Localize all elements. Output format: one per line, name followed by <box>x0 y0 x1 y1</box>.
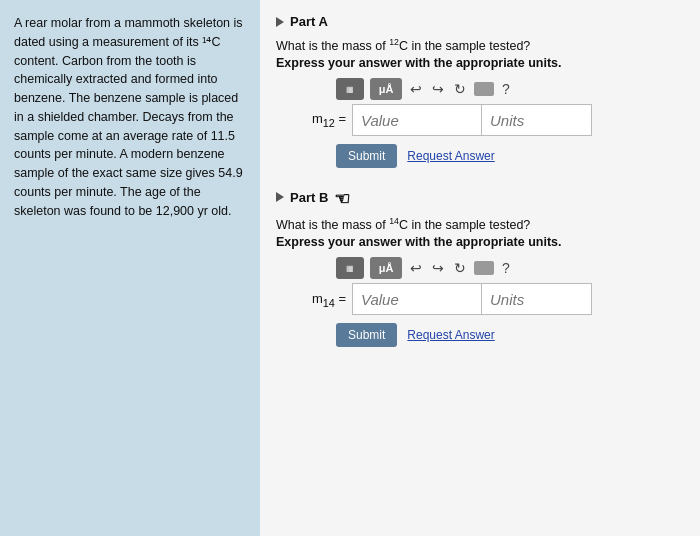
grid-button-a[interactable]: ▦ <box>336 78 364 100</box>
grid-icon-a: ▦ <box>346 85 354 94</box>
part-a-button-row: Submit Request Answer <box>336 144 684 168</box>
part-b-input-row: m14 = <box>306 283 684 315</box>
keyboard-icon-a <box>474 82 494 96</box>
undo-button-a[interactable]: ↩ <box>408 81 424 97</box>
help-icon-a[interactable]: ? <box>502 81 510 97</box>
part-a-units-input[interactable] <box>482 104 592 136</box>
grid-button-b[interactable]: ▦ <box>336 257 364 279</box>
part-b-request-button[interactable]: Request Answer <box>407 328 494 342</box>
part-a-subscript-label: m12 = <box>306 111 346 129</box>
cursor-icon: ☜ <box>334 188 350 210</box>
part-b-question2: Express your answer with the appropriate… <box>276 235 684 249</box>
part-b-toolbar: ▦ μÅ ↩ ↪ ↻ ? <box>336 257 684 279</box>
part-a-label: Part A <box>290 14 328 29</box>
mu-button-a[interactable]: μÅ <box>370 78 402 100</box>
collapse-icon-a[interactable] <box>276 17 284 27</box>
part-b-header: Part B ☜ <box>276 186 684 208</box>
part-b-subscript-label: m14 = <box>306 291 346 309</box>
part-a-input-row: m12 = <box>306 104 684 136</box>
part-a-value-input[interactable] <box>352 104 482 136</box>
redo-button-b[interactable]: ↪ <box>430 260 446 276</box>
mu-icon-b: μÅ <box>379 262 394 274</box>
part-b-label: Part B <box>290 190 328 205</box>
keyboard-icon-b <box>474 261 494 275</box>
refresh-button-a[interactable]: ↻ <box>452 81 468 97</box>
part-b-section: Part B ☜ What is the mass of 14C in the … <box>276 186 684 347</box>
undo-button-b[interactable]: ↩ <box>408 260 424 276</box>
problem-description: A rear molar from a mammoth skeleton is … <box>14 14 246 220</box>
part-b-button-row: Submit Request Answer <box>336 323 684 347</box>
mu-button-b[interactable]: μÅ <box>370 257 402 279</box>
refresh-button-b[interactable]: ↻ <box>452 260 468 276</box>
mu-icon-a: μÅ <box>379 83 394 95</box>
part-b-units-input[interactable] <box>482 283 592 315</box>
redo-button-a[interactable]: ↪ <box>430 81 446 97</box>
part-a-submit-button[interactable]: Submit <box>336 144 397 168</box>
part-b-value-input[interactable] <box>352 283 482 315</box>
part-b-submit-button[interactable]: Submit <box>336 323 397 347</box>
part-a-question2: Express your answer with the appropriate… <box>276 56 684 70</box>
problem-text-panel: A rear molar from a mammoth skeleton is … <box>0 0 260 536</box>
part-a-toolbar: ▦ μÅ ↩ ↪ ↻ ? <box>336 78 684 100</box>
grid-icon-b: ▦ <box>346 264 354 273</box>
part-b-question1: What is the mass of 14C in the sample te… <box>276 216 684 232</box>
answer-panel: Part A What is the mass of 12C in the sa… <box>260 0 700 536</box>
part-a-request-button[interactable]: Request Answer <box>407 149 494 163</box>
part-a-section: Part A What is the mass of 12C in the sa… <box>276 14 684 168</box>
part-a-question1: What is the mass of 12C in the sample te… <box>276 37 684 53</box>
part-a-header: Part A <box>276 14 684 29</box>
collapse-icon-b[interactable] <box>276 192 284 202</box>
help-icon-b[interactable]: ? <box>502 260 510 276</box>
